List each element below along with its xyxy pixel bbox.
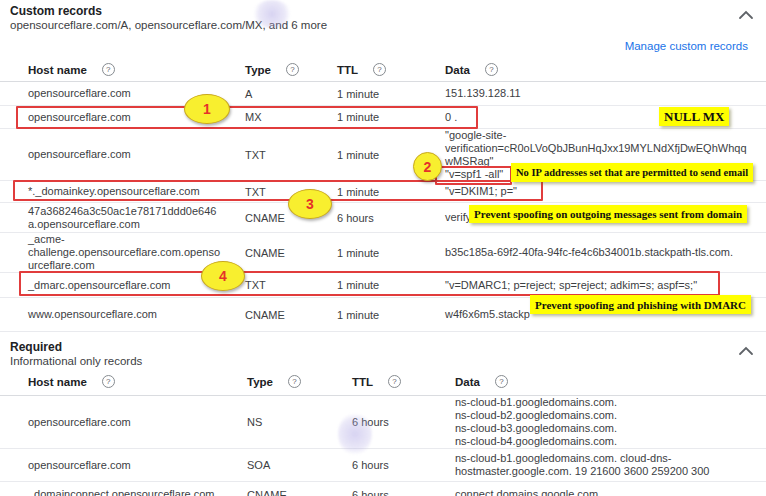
cell-data: verify.b [445, 211, 766, 224]
required-title: Required [10, 340, 766, 354]
required-records-table: Host name? Type? TTL? Data? opensourcefl… [0, 368, 766, 496]
manage-custom-records-link[interactable]: Manage custom records [625, 40, 748, 52]
custom-records-section: Custom records opensourceflare.com/A, op… [0, 0, 766, 332]
cell-host: opensourceflare.com [28, 459, 247, 472]
cell-data: "v=DMARC1; p=reject; sp=reject; adkim=s;… [445, 279, 766, 292]
table-row-www-cname: www.opensourceflare.com CNAME 1 minute w… [0, 298, 766, 332]
cell-host: www.opensourceflare.com [28, 308, 245, 321]
help-icon[interactable]: ? [286, 63, 299, 76]
custom-records-subtitle: opensourceflare.com/A, opensourceflare.c… [10, 18, 766, 32]
help-icon[interactable]: ? [495, 375, 508, 388]
cell-host: opensourceflare.com [28, 87, 245, 100]
dns-records-page: Custom records opensourceflare.com/A, op… [0, 0, 766, 496]
cell-data: ns-cloud-b1.googledomains.com. ns-cloud-… [455, 396, 766, 448]
cell-host: opensourceflare.com [28, 111, 245, 124]
cell-data: "v=DKIM1; p=" [445, 185, 766, 198]
cell-data: "google-site- verification=cR0oLVoQbJBun… [445, 129, 766, 181]
custom-table-header: Host name? Type? TTL? Data? [0, 58, 766, 82]
table-row-acme-cname: _acme- challenge.opensourceflare.com.ope… [0, 233, 766, 273]
custom-records-title: Custom records [10, 4, 766, 18]
cell-type: CNAME [245, 212, 337, 224]
cell-data: connect.domains.google.com. [455, 488, 766, 496]
collapse-chevron-up-icon[interactable] [738, 342, 754, 360]
cell-ttl: 1 minute [337, 88, 445, 100]
column-data: Data [455, 376, 480, 388]
table-row-dmarc-record: _dmarc.opensourceflare.com TXT 1 minute … [0, 273, 766, 298]
custom-records-table: Host name? Type? TTL? Data? opensourcefl… [0, 58, 766, 332]
cell-data: b35c185a-69f2-40fa-94fc-fe4c6b34001b.sta… [445, 246, 766, 259]
help-icon[interactable]: ? [102, 375, 115, 388]
help-icon[interactable]: ? [485, 63, 498, 76]
column-host-name: Host name [28, 64, 87, 76]
cell-host: _domainconnect.opensourceflare.com [28, 488, 247, 496]
table-row-txt-spf-record: opensourceflare.com TXT 1 minute "google… [0, 129, 766, 181]
table-row-dkim-record: *._domainkey.opensourceflare.com TXT 1 m… [0, 181, 766, 203]
cell-ttl: 1 minute [337, 309, 445, 321]
cell-data: 0 . [445, 111, 766, 124]
cell-data: ns-cloud-b1.googledomains.com. cloud-dns… [455, 452, 766, 478]
cell-type: CNAME [245, 247, 337, 259]
cell-ttl: 1 minute [337, 186, 445, 198]
cell-ttl: 6 hours [337, 212, 445, 224]
required-subtitle: Informational only records [10, 354, 766, 368]
collapse-chevron-up-icon[interactable] [738, 6, 754, 24]
help-icon[interactable]: ? [373, 63, 386, 76]
cell-ttl: 1 minute [337, 279, 445, 291]
table-row-soa-record: opensourceflare.com SOA 6 hours ns-cloud… [0, 449, 766, 482]
cell-host: _acme- challenge.opensourceflare.com.ope… [28, 233, 245, 272]
help-icon[interactable]: ? [102, 63, 115, 76]
cell-ttl: 1 minute [337, 149, 445, 161]
table-row-verify-cname: 47a368246a3c50ac1e78171ddd0e646 a.openso… [0, 203, 766, 233]
spf-value: "v=spf1 -all" [445, 168, 766, 181]
cell-type: CNAME [245, 309, 337, 321]
cell-data: w4f6x6m5.stackp [445, 308, 766, 321]
table-row-domainconnect-cname: _domainconnect.opensourceflare.com CNAME… [0, 482, 766, 496]
column-type: Type [247, 376, 273, 388]
help-icon[interactable]: ? [288, 375, 301, 388]
cell-host: opensourceflare.com [28, 148, 245, 161]
column-type: Type [245, 64, 271, 76]
table-row-mx-record: opensourceflare.com MX 1 minute 0 . [0, 106, 766, 129]
table-row-a-record: opensourceflare.com A 1 minute 151.139.1… [0, 82, 766, 106]
help-icon[interactable]: ? [388, 375, 401, 388]
table-row-ns-record: opensourceflare.com NS 6 hours ns-cloud-… [0, 396, 766, 449]
cell-host: 47a368246a3c50ac1e78171ddd0e646 a.openso… [28, 205, 245, 231]
column-host-name: Host name [28, 376, 87, 388]
cell-type: TXT [245, 149, 337, 161]
cell-ttl: 6 hours [352, 416, 455, 428]
cell-host: *._domainkey.opensourceflare.com [28, 185, 245, 198]
cell-ttl: 1 minute [337, 111, 445, 123]
cell-ttl: 6 hours [352, 459, 455, 471]
cell-type: NS [247, 416, 352, 428]
cell-data: 151.139.128.11 [445, 87, 766, 100]
column-ttl: TTL [352, 376, 373, 388]
column-data: Data [445, 64, 470, 76]
required-records-section: Required Informational only records Host… [0, 336, 766, 496]
cell-type: CNAME [247, 489, 352, 496]
cell-host: opensourceflare.com [28, 416, 247, 429]
cell-type: A [245, 88, 337, 100]
required-table-header: Host name? Type? TTL? Data? [0, 368, 766, 396]
cell-ttl: 6 hours [352, 489, 455, 496]
cell-ttl: 1 minute [337, 247, 445, 259]
cell-type: TXT [245, 279, 337, 291]
cell-type: SOA [247, 459, 352, 471]
cell-host: _dmarc.opensourceflare.com [28, 279, 245, 292]
cell-type: TXT [245, 186, 337, 198]
column-ttl: TTL [337, 64, 358, 76]
cell-type: MX [245, 111, 337, 123]
